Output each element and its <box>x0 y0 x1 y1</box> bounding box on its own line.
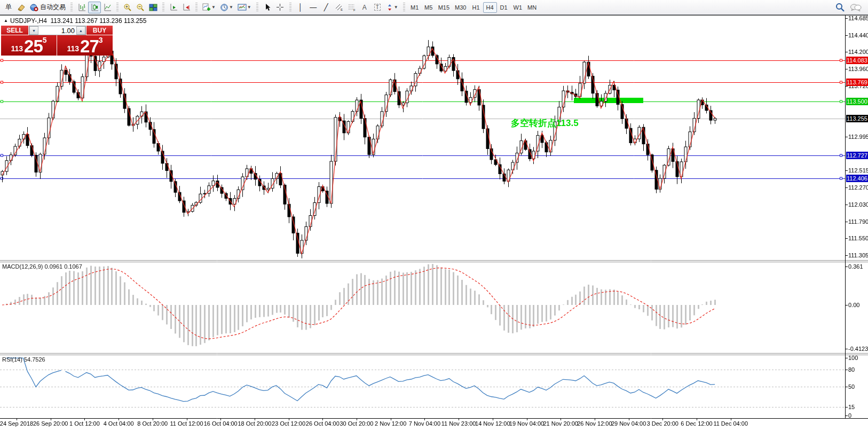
timeframe-H4[interactable]: H4 <box>483 2 497 13</box>
zoom-out-button[interactable] <box>134 2 147 13</box>
fibonacci-button[interactable]: F <box>345 2 358 13</box>
chevron-down-icon: ▼ <box>211 5 216 10</box>
new-order-label: 单 <box>5 3 12 12</box>
chart-canvas[interactable] <box>0 15 868 431</box>
eraser-icon <box>17 4 26 11</box>
new-order-button[interactable]: 单 <box>2 2 15 13</box>
timeframe-group: M1M5M15M30H1H4D1W1MN <box>408 2 539 13</box>
timeframe-M30[interactable]: M30 <box>452 2 469 13</box>
fibonacci-icon: F <box>348 3 356 11</box>
toolbar-separator <box>116 3 119 12</box>
chevron-down-icon: ▼ <box>247 5 251 10</box>
horizontal-line-icon: — <box>310 4 317 11</box>
candlestick-chart-icon <box>91 3 99 11</box>
crosshair-icon <box>276 3 284 11</box>
trendline-button[interactable]: ╱ <box>320 2 333 13</box>
toolbar-separator <box>162 3 164 12</box>
zoom-out-icon <box>136 3 145 12</box>
buy-price-sup: 3 <box>99 36 103 44</box>
volume-stepper: ▼ ▲ <box>29 26 86 35</box>
buy-button[interactable]: BUY <box>86 26 113 35</box>
text-label-button[interactable]: T <box>371 2 384 13</box>
zoom-in-button[interactable] <box>121 2 134 13</box>
sell-price-prefix: 113 <box>11 44 23 53</box>
indicators-icon <box>202 3 211 11</box>
search-icon[interactable] <box>835 3 845 12</box>
timeframe-M15[interactable]: M15 <box>436 2 452 13</box>
chat-icon[interactable] <box>850 3 862 12</box>
chevron-down-icon: ▼ <box>229 5 233 10</box>
auto-scroll-button[interactable] <box>167 2 180 13</box>
channel-button[interactable]: E <box>333 2 345 13</box>
toolbar-right <box>835 3 866 12</box>
templates-button[interactable]: ▼ <box>235 2 254 13</box>
trendline-icon: ╱ <box>324 4 328 11</box>
autotrade-icon <box>30 3 38 12</box>
timeframe-M1[interactable]: M1 <box>408 2 422 13</box>
tile-windows-icon <box>149 4 157 11</box>
toolbar-separator <box>195 3 198 12</box>
timeframe-D1[interactable]: D1 <box>497 2 511 13</box>
toolbar-separator <box>256 3 258 12</box>
chart-shift-icon <box>183 3 191 11</box>
templates-icon <box>238 4 247 11</box>
line-chart-button[interactable] <box>101 2 114 13</box>
buy-price-big: 27 <box>80 38 99 54</box>
timeframe-H1[interactable]: H1 <box>469 2 483 13</box>
text-icon: A <box>362 4 367 11</box>
autotrade-button[interactable]: 自动交易 <box>28 2 68 13</box>
arrows-icon <box>386 4 393 11</box>
zoom-in-icon <box>123 3 132 12</box>
sell-price-display[interactable]: 113 25 5 <box>1 35 57 56</box>
autotrade-label: 自动交易 <box>40 3 66 12</box>
buy-price-display[interactable]: 113 27 3 <box>57 35 113 56</box>
line-chart-icon <box>104 3 112 11</box>
sell-price-big: 25 <box>24 38 43 54</box>
vertical-line-icon: │ <box>298 4 303 11</box>
crosshair-button[interactable] <box>274 2 287 13</box>
chart-shift-button[interactable] <box>180 2 193 13</box>
arrows-button[interactable]: ▼ <box>384 2 400 13</box>
volume-input[interactable] <box>38 26 76 35</box>
sell-price-sup: 5 <box>43 36 47 44</box>
tile-windows-button[interactable] <box>147 2 160 13</box>
channel-icon: E <box>335 3 343 11</box>
mt4-window: 单 自动交易 <box>0 0 868 431</box>
auto-scroll-icon <box>170 3 178 11</box>
volume-increase-button[interactable]: ▲ <box>76 26 85 35</box>
vertical-line-button[interactable]: │ <box>294 2 307 13</box>
toolbar-separator <box>403 3 405 12</box>
toolbar-separator <box>289 3 291 12</box>
one-click-trading-panel: SELL ▼ ▲ BUY 113 25 5 113 27 3 <box>1 26 113 56</box>
buy-price-prefix: 113 <box>67 44 79 53</box>
timeframe-W1[interactable]: W1 <box>511 2 525 13</box>
candlestick-chart-button[interactable] <box>88 2 101 13</box>
sell-button[interactable]: SELL <box>1 26 28 35</box>
volume-decrease-button[interactable]: ▼ <box>29 26 38 35</box>
main-toolbar: 单 自动交易 <box>0 0 868 15</box>
indicators-button[interactable]: ▼ <box>200 2 218 13</box>
text-button[interactable]: A <box>358 2 371 13</box>
bar-chart-button[interactable] <box>75 2 88 13</box>
chart-window: ▲USDJPY-,H4 113.241 113.267 113.236 113.… <box>0 15 868 431</box>
periods-icon <box>220 3 228 12</box>
toolbar-separator <box>70 3 73 12</box>
bar-chart-icon <box>78 3 86 11</box>
chevron-down-icon: ▼ <box>394 5 398 10</box>
svg-text:E: E <box>341 8 343 11</box>
timeframe-M5[interactable]: M5 <box>422 2 436 13</box>
cursor-icon <box>264 3 271 11</box>
horizontal-line-button[interactable]: — <box>307 2 320 13</box>
svg-text:F: F <box>353 9 356 12</box>
eraser-icon[interactable] <box>15 2 28 13</box>
cursor-button[interactable] <box>261 2 274 13</box>
text-label-icon: T <box>374 4 381 11</box>
periods-button[interactable]: ▼ <box>218 2 235 13</box>
timeframe-MN[interactable]: MN <box>525 2 539 13</box>
